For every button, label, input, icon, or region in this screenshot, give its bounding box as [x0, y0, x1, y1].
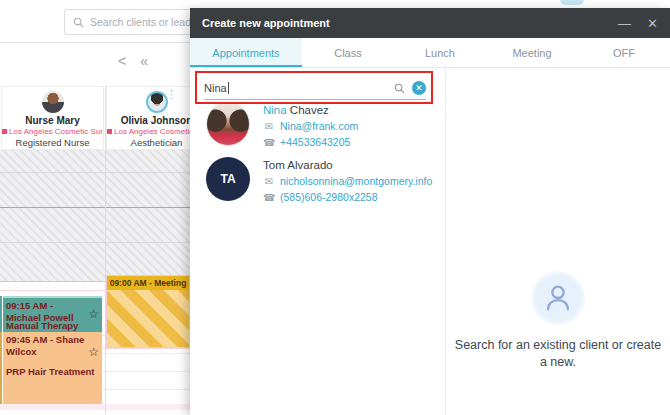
client-email-row: ✉ nicholsonnina@montgomery.info — [263, 175, 432, 187]
appointment-shane-wilcox[interactable]: 09:45 AM - Shane Wilcox ☆ PRP Hair Treat… — [3, 332, 102, 404]
person-icon — [541, 281, 575, 315]
clear-search-icon[interactable]: ✕ — [412, 81, 426, 95]
text-cursor — [228, 82, 229, 94]
clinic-marker-icon — [2, 129, 7, 134]
staff-name: Nurse Mary — [2, 115, 103, 126]
grid-line — [0, 242, 190, 243]
offscreen-event-edge — [0, 332, 2, 404]
staff-card-nurse-mary[interactable]: Nurse Mary Los Angeles Cosmetic Surgery … — [1, 86, 104, 150]
staff-clinic: Los Angeles Cosmetic Surgery ... — [2, 127, 103, 136]
column-menu-icon[interactable]: ⋮ — [166, 88, 177, 101]
minimize-icon[interactable]: — — [618, 17, 631, 30]
meeting-title: 09:00 AM - Meeting — [107, 276, 189, 290]
client-email[interactable]: nicholsonnina@montgomery.info — [280, 175, 432, 187]
client-phone[interactable]: (585)606-2980x2258 — [280, 191, 378, 203]
tab-lunch[interactable]: Lunch — [394, 38, 486, 67]
star-icon[interactable]: ☆ — [88, 309, 99, 321]
create-appointment-modal: Create new appointment — ✕ Appointments … — [190, 8, 670, 415]
appointment-service: Manual Therapy — [6, 320, 78, 332]
nav-prev-button[interactable]: « — [140, 53, 148, 69]
event-meeting[interactable]: 09:00 AM - Meeting — [106, 275, 190, 348]
occluded-button-edge — [560, 0, 584, 5]
tab-off[interactable]: OFF — [578, 38, 670, 67]
appointment-michael-powell[interactable]: 09:15 AM - Michael Powell ☆ Manual Thera… — [3, 296, 102, 332]
modal-tab-bar: Appointments Class Lunch Meeting OFF — [190, 38, 670, 68]
hour-grid-line — [0, 207, 190, 208]
envelope-icon: ✉ — [263, 121, 275, 132]
avatar: TA — [206, 157, 250, 201]
client-phone-row: ☎ (585)606-2980x2258 — [263, 191, 432, 203]
client-email-row: ✉ Nina@frank.com — [263, 120, 358, 132]
unavailable-time-region — [0, 150, 190, 282]
empty-state-panel: Search for an existing client or create … — [445, 68, 670, 415]
highlighted-row — [0, 404, 190, 410]
modal-header: Create new appointment — ✕ — [190, 8, 670, 38]
client-search-panel: Nina ✕ Nina Chavez ✉ Nina@frank.com — [190, 68, 445, 415]
client-details: Nina Chavez ✉ Nina@frank.com ☎ +44533643… — [263, 102, 358, 148]
envelope-icon: ✉ — [263, 176, 275, 187]
avatar — [42, 91, 64, 113]
empty-state-message: Search for an existing client or create … — [450, 337, 666, 371]
nav-back-button[interactable]: < — [118, 53, 126, 69]
client-email[interactable]: Nina@frank.com — [280, 120, 358, 132]
meeting-striped-body — [107, 290, 189, 347]
client-name: Tom Alvarado — [263, 159, 432, 171]
calendar-navigation: < « — [118, 53, 148, 69]
client-search-input[interactable]: Nina ✕ — [204, 77, 426, 100]
avatar — [146, 91, 168, 113]
person-icon-glow — [531, 271, 585, 325]
offscreen-event-edge — [0, 296, 2, 332]
search-placeholder: Search clients or leads — [90, 16, 196, 28]
staff-role: Registered Nurse — [2, 137, 103, 148]
tab-appointments[interactable]: Appointments — [190, 38, 302, 67]
search-icon — [394, 83, 405, 94]
client-phone[interactable]: +44533643205 — [280, 136, 350, 148]
client-details: Tom Alvarado ✉ nicholsonnina@montgomery.… — [263, 157, 432, 203]
tab-class[interactable]: Class — [302, 38, 394, 67]
phone-icon: ☎ — [263, 192, 275, 203]
client-name: Nina Chavez — [263, 104, 358, 116]
client-result-nina-chavez[interactable]: Nina Chavez ✉ Nina@frank.com ☎ +44533643… — [206, 102, 358, 148]
modal-title: Create new appointment — [202, 17, 602, 29]
modal-body: Nina ✕ Nina Chavez ✉ Nina@frank.com — [190, 68, 670, 415]
search-icon — [73, 17, 84, 28]
column-divider — [105, 86, 106, 415]
client-phone-row: ☎ +44533643205 — [263, 136, 358, 148]
avatar — [206, 102, 250, 146]
client-result-tom-alvarado[interactable]: TA Tom Alvarado ✉ nicholsonnina@montgome… — [206, 157, 432, 203]
star-icon[interactable]: ☆ — [88, 347, 99, 359]
tab-meeting[interactable]: Meeting — [486, 38, 578, 67]
appointment-title: 09:45 AM - Shane Wilcox — [6, 334, 99, 357]
close-icon[interactable]: ✕ — [647, 17, 658, 30]
phone-icon: ☎ — [263, 137, 275, 148]
app-screen: Search clients or leads < « Nurse Mary L… — [0, 0, 670, 415]
appointment-service: PRP Hair Treatment — [6, 366, 95, 378]
client-search-value: Nina — [204, 82, 227, 94]
clinic-marker-icon — [107, 129, 112, 134]
grid-line — [0, 172, 190, 173]
